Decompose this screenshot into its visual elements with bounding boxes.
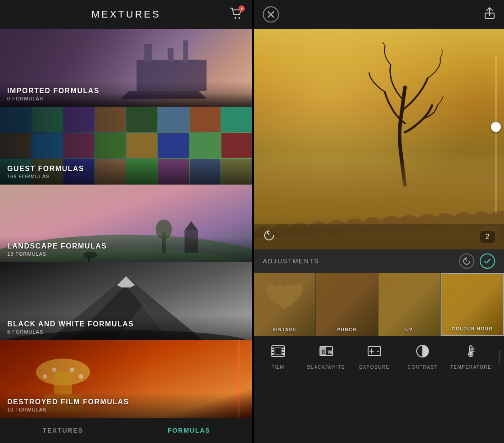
formula-overlay-landscape: LANDSCAPE FORMULAS 13 FORMULAS xyxy=(0,237,252,262)
svg-rect-41 xyxy=(272,353,274,355)
formula-item-landscape[interactable]: LANDSCAPE FORMULAS 13 FORMULAS xyxy=(0,185,252,262)
formula-count-bw: 8 FORMULAS xyxy=(7,329,245,335)
formula-item-guest[interactable]: GUEST FORMULAS 166 FORMULAS xyxy=(0,107,252,185)
tab-formulas[interactable]: FORMULAS xyxy=(126,418,252,443)
share-button[interactable] xyxy=(484,7,495,22)
formula-overlay-bw: BLACK AND WHITE FORMULAS 8 FORMULAS xyxy=(0,315,252,340)
formula-item-destroyed[interactable]: DESTROYED FILM FORMULAS 10 FORMULAS xyxy=(0,340,252,418)
filter-punch-label: PUNCH xyxy=(316,327,378,332)
svg-point-0 xyxy=(234,17,236,19)
tool-film[interactable]: FILM xyxy=(254,344,302,370)
filter-golden-hour[interactable]: GOLDEN HOUR xyxy=(441,273,504,336)
exposure-icon xyxy=(367,344,382,362)
left-header: MEXTURES ● xyxy=(0,0,252,29)
formula-count-landscape: 13 FORMULAS xyxy=(7,251,245,257)
photo-area: 2 xyxy=(254,29,504,249)
filter-vintage-label: VINTAGE xyxy=(254,327,315,332)
svg-rect-40 xyxy=(272,350,274,352)
formula-overlay-guest: GUEST FORMULAS 166 FORMULAS xyxy=(0,159,252,185)
film-icon xyxy=(270,344,286,362)
contrast-icon xyxy=(415,344,430,362)
formula-overlay-imported: IMPORTED FORMULAS 0 FORMULAS xyxy=(0,81,252,107)
formula-title-guest: GUEST FORMULAS xyxy=(7,165,245,173)
tool-bw-label: BLACK/WHITE xyxy=(307,365,345,370)
filter-vintage[interactable]: VINTAGE xyxy=(254,273,316,336)
cart-badge: ● xyxy=(238,5,245,12)
svg-rect-43 xyxy=(282,350,284,352)
temperature-icon xyxy=(463,344,478,362)
filter-uv-label: UV xyxy=(378,327,440,332)
formula-count-destroyed: 10 FORMULAS xyxy=(7,407,245,412)
filter-row: VINTAGE PUNCH UV xyxy=(254,273,504,336)
svg-text:B: B xyxy=(322,349,325,355)
formula-title-bw: BLACK AND WHITE FORMULAS xyxy=(7,320,245,328)
tool-temperature-label: TEMPERATURE xyxy=(450,365,491,370)
bw-icon: B W xyxy=(319,344,334,362)
svg-rect-37 xyxy=(441,274,503,335)
adjustments-label: ADJUSTMENTS xyxy=(263,258,319,265)
svg-rect-36 xyxy=(378,273,440,336)
adj-undo-button[interactable] xyxy=(459,253,474,269)
adjustment-controls xyxy=(459,253,495,269)
layer-count: 2 xyxy=(480,231,495,243)
formula-count-guest: 166 FORMULAS xyxy=(7,174,245,179)
formula-overlay-destroyed: DESTROYED FILM FORMULAS 10 FORMULAS xyxy=(0,393,252,418)
formula-item-imported[interactable]: IMPORTED FORMULAS 0 FORMULAS xyxy=(0,29,252,107)
tool-film-label: FILM xyxy=(271,365,284,370)
tool-row: FILM B W BLACK/WHITE xyxy=(254,336,504,376)
formula-title-imported: IMPORTED FORMULAS xyxy=(7,87,245,95)
tool-more xyxy=(495,350,504,363)
undo-button[interactable] xyxy=(263,229,275,244)
formula-title-landscape: LANDSCAPE FORMULAS xyxy=(7,242,245,250)
tool-exposure-label: EXPOSURE xyxy=(359,365,390,370)
adj-confirm-button[interactable] xyxy=(480,253,495,269)
filter-uv[interactable]: UV xyxy=(378,273,441,336)
svg-point-59 xyxy=(469,353,472,356)
app-title: MEXTURES xyxy=(91,9,161,20)
adjustments-bar: ADJUSTMENTS xyxy=(254,249,504,273)
svg-text:W: W xyxy=(328,349,333,355)
left-footer: TEXTURES FORMULAS xyxy=(0,418,252,443)
cart-button[interactable]: ● xyxy=(230,7,243,22)
vertical-slider[interactable] xyxy=(495,56,497,213)
tool-bw[interactable]: B W BLACK/WHITE xyxy=(302,344,350,370)
svg-rect-44 xyxy=(282,353,284,355)
svg-rect-39 xyxy=(272,348,274,349)
tool-contrast[interactable]: CONTRAST xyxy=(399,344,447,370)
formula-title-destroyed: DESTROYED FILM FORMULAS xyxy=(7,398,245,406)
right-header xyxy=(254,0,504,29)
formula-count-imported: 0 FORMULAS xyxy=(7,96,245,101)
svg-point-1 xyxy=(238,17,240,19)
tool-exposure[interactable]: EXPOSURE xyxy=(350,344,398,370)
slider-thumb[interactable] xyxy=(491,122,501,132)
svg-rect-45 xyxy=(275,348,281,355)
svg-point-13 xyxy=(156,219,172,239)
tool-temperature[interactable]: TEMPERATURE xyxy=(447,344,495,370)
formula-list: IMPORTED FORMULAS 0 FORMULAS xyxy=(0,29,252,418)
left-panel: MEXTURES ● xyxy=(0,0,252,443)
svg-rect-35 xyxy=(316,273,378,336)
tab-textures[interactable]: TEXTURES xyxy=(0,418,126,443)
close-button[interactable] xyxy=(263,6,279,23)
formula-item-bw[interactable]: BLACK AND WHITE FORMULAS 8 FORMULAS xyxy=(0,262,252,340)
svg-rect-42 xyxy=(282,348,284,349)
filter-punch[interactable]: PUNCH xyxy=(316,273,378,336)
tool-contrast-label: CONTRAST xyxy=(408,365,438,370)
svg-rect-58 xyxy=(470,348,472,353)
filter-golden-label: GOLDEN HOUR xyxy=(441,326,503,331)
photo-bottom-bar: 2 xyxy=(254,224,504,249)
right-panel: 2 ADJUSTMENTS xyxy=(254,0,504,443)
